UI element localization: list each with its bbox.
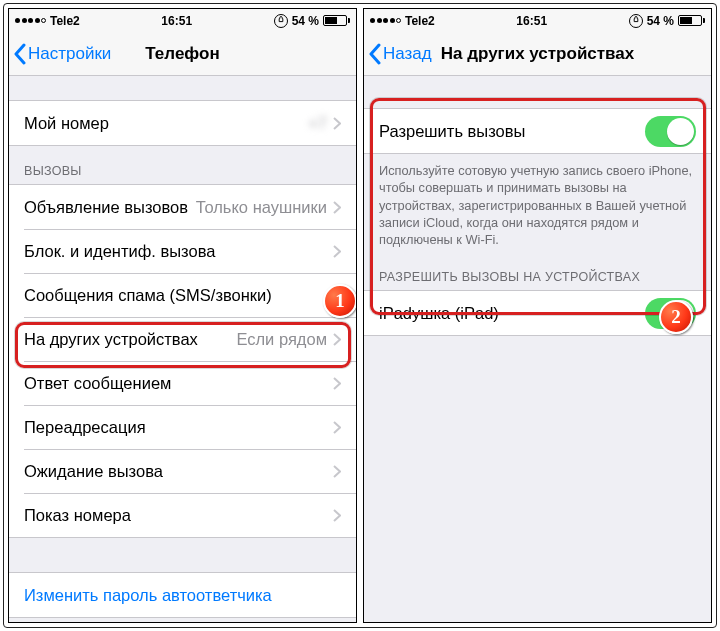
clock-label: 16:51: [161, 14, 192, 28]
section-header-devices: РАЗРЕШИТЬ ВЫЗОВЫ НА УСТРОЙСТВАХ: [364, 252, 711, 290]
row-spam-reports[interactable]: Сообщения спама (SMS/звонки): [9, 273, 356, 317]
nav-bar: Назад На других устройствах: [364, 32, 711, 76]
carrier-label: Tele2: [405, 14, 435, 28]
chevron-right-icon: [333, 509, 341, 522]
nav-bar: Настройки Телефон: [9, 32, 356, 76]
row-allow-calls: Разрешить вызовы: [364, 109, 711, 153]
toggle-device-ipad[interactable]: [645, 298, 696, 329]
row-show-caller-id[interactable]: Показ номера: [9, 493, 356, 537]
chevron-right-icon: [333, 377, 341, 390]
status-bar: Tele2 16:51 54 %: [364, 9, 711, 32]
rotation-lock-icon: [274, 14, 288, 28]
chevron-right-icon: [333, 245, 341, 258]
signal-icon: [15, 18, 46, 23]
section-header-calls: ВЫЗОВЫ: [9, 146, 356, 184]
my-number-value: +7: [308, 114, 327, 133]
row-change-voicemail-password[interactable]: Изменить пароль автоответчика: [9, 573, 356, 617]
row-call-announcements[interactable]: Объявление вызовов Только наушники: [9, 185, 356, 229]
rotation-lock-icon: [629, 14, 643, 28]
battery-icon: [323, 15, 350, 26]
content-scroll[interactable]: Мой номер +7 ВЫЗОВЫ Объявление вызовов Т…: [9, 76, 356, 622]
row-respond-with-text[interactable]: Ответ сообщением: [9, 361, 356, 405]
row-call-forwarding[interactable]: Переадресация: [9, 405, 356, 449]
screen-phone-settings: Tele2 16:51 54 % Настройки Телефон: [8, 8, 357, 623]
chevron-right-icon: [333, 465, 341, 478]
toggle-allow-calls[interactable]: [645, 116, 696, 147]
chevron-right-icon: [333, 201, 341, 214]
signal-icon: [370, 18, 401, 23]
back-label: Назад: [383, 44, 432, 64]
back-label: Настройки: [28, 44, 111, 64]
chevron-right-icon: [333, 289, 341, 302]
chevron-left-icon: [13, 43, 27, 65]
annotation-frame: Tele2 16:51 54 % Настройки Телефон: [3, 3, 717, 628]
row-call-waiting[interactable]: Ожидание вызова: [9, 449, 356, 493]
content-scroll[interactable]: Разрешить вызовы Используйте сотовую уче…: [364, 76, 711, 622]
allow-calls-footer: Используйте сотовую учетную запись своег…: [364, 154, 711, 252]
battery-percent: 54 %: [647, 14, 674, 28]
my-number-label: Мой номер: [24, 114, 308, 133]
row-my-number[interactable]: Мой номер +7: [9, 101, 356, 145]
back-button[interactable]: Назад: [368, 32, 432, 75]
nav-title: Телефон: [145, 44, 219, 64]
chevron-right-icon: [333, 421, 341, 434]
chevron-left-icon: [368, 43, 382, 65]
battery-icon: [678, 15, 705, 26]
row-device-ipad: iPadушка (iPad): [364, 291, 711, 335]
battery-percent: 54 %: [292, 14, 319, 28]
row-calls-on-other-devices[interactable]: На других устройствах Если рядом: [9, 317, 356, 361]
chevron-right-icon: [333, 117, 341, 130]
back-button[interactable]: Настройки: [13, 32, 111, 75]
row-call-blocking[interactable]: Блок. и идентиф. вызова: [9, 229, 356, 273]
screen-other-devices: Tele2 16:51 54 % Назад На других устройс…: [363, 8, 712, 623]
chevron-right-icon: [333, 333, 341, 346]
clock-label: 16:51: [516, 14, 547, 28]
nav-title: На других устройствах: [441, 44, 635, 64]
carrier-label: Tele2: [50, 14, 80, 28]
status-bar: Tele2 16:51 54 %: [9, 9, 356, 32]
